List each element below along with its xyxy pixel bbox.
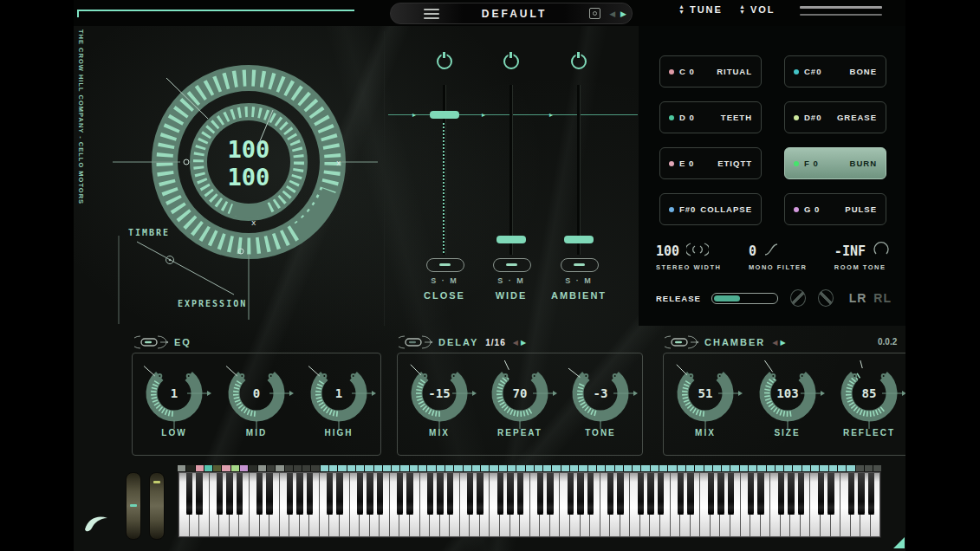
- black-key[interactable]: [357, 473, 363, 514]
- delay-next-icon[interactable]: ▶: [521, 339, 526, 347]
- solo-mute-toggle[interactable]: [493, 258, 531, 272]
- black-key[interactable]: [848, 473, 854, 514]
- knob-repeat[interactable]: 70REPEAT: [480, 360, 560, 438]
- black-key[interactable]: [256, 473, 263, 514]
- preset-name[interactable]: DEFAULT: [439, 8, 589, 20]
- menu-icon[interactable]: [424, 9, 439, 19]
- save-icon[interactable]: [589, 8, 600, 19]
- black-key[interactable]: [568, 473, 574, 514]
- lr-button[interactable]: LR: [849, 291, 867, 305]
- black-key[interactable]: [437, 473, 443, 514]
- black-key[interactable]: [728, 473, 734, 514]
- black-key[interactable]: [226, 473, 232, 514]
- solo-mute-toggle[interactable]: [426, 258, 464, 272]
- power-icon[interactable]: [571, 54, 587, 69]
- black-key[interactable]: [687, 473, 693, 514]
- black-key[interactable]: [406, 473, 412, 514]
- knob-low[interactable]: 1LOW: [134, 360, 214, 438]
- black-key[interactable]: [678, 473, 684, 514]
- param-value[interactable]: 100: [656, 243, 679, 259]
- articulation-bone[interactable]: C#0BONE: [784, 55, 886, 88]
- release-slider[interactable]: [711, 293, 778, 304]
- knob-mix[interactable]: -15MIX: [399, 360, 479, 438]
- black-key[interactable]: [186, 473, 192, 514]
- solo-mute-toggle[interactable]: [561, 258, 599, 272]
- black-key[interactable]: [287, 473, 293, 514]
- articulation-burn[interactable]: F 0BURN: [784, 147, 886, 179]
- black-key[interactable]: [266, 473, 272, 514]
- preset-next-icon[interactable]: ▶: [620, 10, 626, 18]
- black-key[interactable]: [497, 473, 503, 514]
- phase-invert-icon[interactable]: [818, 289, 834, 307]
- articulation-grease[interactable]: D#0GREASE: [784, 101, 886, 133]
- knob-mix[interactable]: 51MIX: [665, 360, 745, 438]
- fader-handle[interactable]: [564, 236, 594, 243]
- black-key[interactable]: [577, 473, 583, 514]
- black-key[interactable]: [377, 473, 383, 514]
- preset-prev-icon[interactable]: ◀: [609, 10, 615, 18]
- black-key[interactable]: [858, 473, 864, 514]
- knob-size[interactable]: 103SIZE: [748, 360, 827, 438]
- timbre-expression-dial[interactable]: 100 100 x x TIMBRE EXPRESSION: [113, 28, 381, 329]
- black-key[interactable]: [477, 473, 483, 514]
- black-key[interactable]: [507, 473, 513, 514]
- black-key[interactable]: [467, 473, 473, 514]
- black-key[interactable]: [607, 473, 613, 514]
- black-key[interactable]: [217, 473, 223, 514]
- chamber-prev-icon[interactable]: ◀: [772, 339, 777, 347]
- rl-button[interactable]: RL: [873, 291, 892, 305]
- chamber-power-toggle[interactable]: [665, 335, 699, 349]
- delay-prev-icon[interactable]: ◀: [513, 339, 518, 347]
- black-key[interactable]: [447, 473, 453, 514]
- black-key[interactable]: [397, 473, 403, 514]
- black-key[interactable]: [307, 473, 313, 514]
- black-key[interactable]: [367, 473, 373, 514]
- articulation-etiqtt[interactable]: E 0ETIQTT: [659, 147, 762, 179]
- vol-spinner[interactable]: ▲▼: [739, 4, 745, 15]
- fader-handle[interactable]: [430, 111, 459, 119]
- chamber-next-icon[interactable]: ▶: [780, 339, 785, 347]
- knob-high[interactable]: 1HIGH: [299, 360, 379, 438]
- black-key[interactable]: [658, 473, 664, 514]
- articulation-pulse[interactable]: G 0PULSE: [784, 193, 886, 225]
- black-key[interactable]: [587, 473, 594, 514]
- black-key[interactable]: [427, 473, 433, 514]
- black-key[interactable]: [818, 473, 824, 514]
- black-key[interactable]: [778, 473, 784, 514]
- black-key[interactable]: [296, 473, 302, 514]
- tune-spinner[interactable]: ▲▼: [678, 4, 685, 15]
- articulation-collapse[interactable]: F#0COLLAPSE: [659, 193, 762, 225]
- knob-tone[interactable]: -3TONE: [561, 360, 640, 438]
- black-key[interactable]: [748, 473, 754, 514]
- black-key[interactable]: [237, 473, 243, 514]
- param-value[interactable]: -INF: [834, 243, 866, 259]
- fader-handle[interactable]: [496, 236, 526, 243]
- knob-mid[interactable]: 0MID: [217, 360, 296, 438]
- black-key[interactable]: [757, 473, 763, 514]
- delay-division[interactable]: 1/16: [485, 338, 505, 347]
- black-key[interactable]: [827, 473, 834, 514]
- pitch-wheel[interactable]: [126, 472, 141, 540]
- articulation-ritual[interactable]: C 0RITUAL: [659, 55, 762, 88]
- eq-power-toggle[interactable]: [134, 335, 169, 349]
- black-key[interactable]: [196, 473, 202, 514]
- articulation-teeth[interactable]: D 0TEETH: [659, 101, 762, 133]
- black-key[interactable]: [638, 473, 644, 514]
- black-key[interactable]: [647, 473, 653, 514]
- black-key[interactable]: [708, 473, 714, 514]
- black-key[interactable]: [327, 473, 333, 514]
- mod-wheel[interactable]: [149, 472, 165, 540]
- black-key[interactable]: [868, 473, 874, 514]
- black-key[interactable]: [547, 473, 553, 514]
- delay-power-toggle[interactable]: [399, 335, 433, 349]
- knob-reflect[interactable]: 85REFLECT: [829, 360, 905, 438]
- black-key[interactable]: [717, 473, 724, 514]
- resize-grip[interactable]: [893, 537, 905, 548]
- black-key[interactable]: [798, 473, 804, 514]
- param-value[interactable]: 0: [749, 243, 756, 259]
- power-icon[interactable]: [503, 54, 519, 69]
- black-key[interactable]: [788, 473, 794, 514]
- black-key[interactable]: [336, 473, 342, 514]
- black-key[interactable]: [537, 473, 543, 514]
- signal-bypass-icon[interactable]: [790, 289, 806, 307]
